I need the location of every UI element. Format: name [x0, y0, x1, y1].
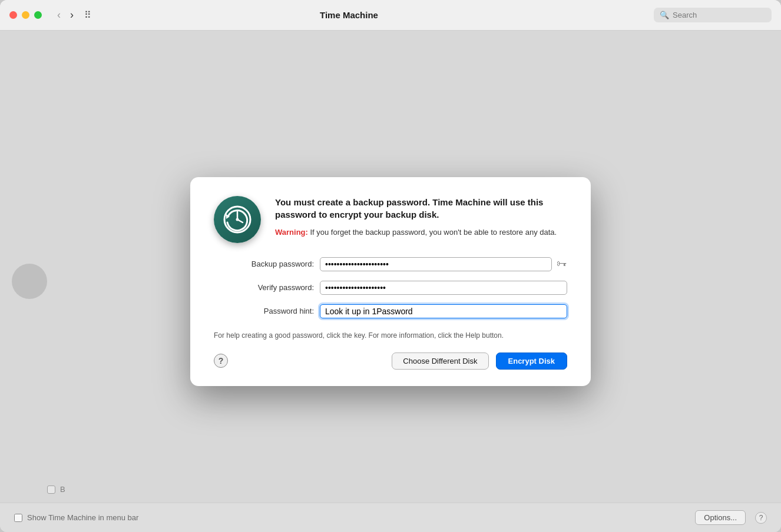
warning-paragraph: Warning: If you forget the backup passwo… [275, 227, 567, 238]
modal-heading: You must create a backup password. Time … [275, 196, 567, 221]
encrypt-disk-button[interactable]: Encrypt Disk [496, 353, 567, 370]
disk-icon [12, 264, 47, 299]
verify-password-label: Verify password: [214, 283, 314, 292]
maximize-button[interactable] [34, 11, 42, 19]
password-hint-wrapper [320, 304, 567, 318]
backup-password-input[interactable] [320, 257, 552, 271]
svg-point-4 [236, 218, 239, 221]
password-hint-label: Password hint: [214, 307, 314, 315]
verify-password-row: Verify password: [214, 281, 567, 295]
search-bar[interactable]: 🔍 [654, 8, 772, 22]
left-panel-hint [0, 264, 59, 299]
show-time-machine-label: Show Time Machine in menu bar [14, 513, 138, 522]
menu-bar-label-bg: B [60, 485, 65, 494]
help-button[interactable]: ? [214, 354, 228, 368]
window-controls [9, 11, 42, 19]
show-time-machine-text: Show Time Machine in menu bar [27, 513, 138, 522]
search-icon: 🔍 [660, 11, 669, 19]
options-button[interactable]: Options... [695, 510, 746, 525]
menu-bar-checkbox-bg [47, 486, 55, 494]
password-hint-input[interactable] [320, 304, 567, 318]
key-icon[interactable]: 🗝 [557, 258, 567, 270]
titlebar: ‹ › ⠿ Time Machine 🔍 [0, 0, 781, 31]
verify-password-input[interactable] [320, 281, 567, 295]
form-section: Backup password: 🗝 Verify password: [214, 257, 567, 318]
password-hint-row: Password hint: [214, 304, 567, 318]
verify-password-wrapper [320, 281, 567, 295]
bottom-help-button[interactable]: ? [755, 512, 767, 524]
bottom-bar: Show Time Machine in menu bar Options...… [0, 503, 781, 532]
modal-footer: ? Choose Different Disk Encrypt Disk [214, 353, 567, 370]
minimize-button[interactable] [22, 11, 29, 19]
warning-body: If you forget the backup password, you w… [308, 228, 557, 237]
dialog: You must create a backup password. Time … [190, 177, 591, 386]
modal-header: You must create a backup password. Time … [214, 196, 567, 243]
choose-different-disk-button[interactable]: Choose Different Disk [392, 353, 488, 370]
main-content: B [0, 31, 781, 532]
backup-password-label: Backup password: [214, 260, 314, 268]
close-button[interactable] [9, 11, 17, 19]
backup-password-wrapper: 🗝 [320, 257, 567, 271]
footer-buttons: Choose Different Disk Encrypt Disk [392, 353, 567, 370]
window-title: Time Machine [44, 10, 654, 20]
checkbox-area-bg: B [47, 485, 65, 494]
help-text: For help creating a good password, click… [214, 330, 567, 341]
time-machine-icon [214, 196, 261, 243]
search-input[interactable] [673, 11, 766, 19]
show-time-machine-checkbox[interactable] [14, 514, 22, 522]
modal-header-text: You must create a backup password. Time … [275, 196, 567, 238]
main-window: ‹ › ⠿ Time Machine 🔍 B [0, 0, 781, 532]
time-machine-svg [221, 204, 253, 235]
warning-label: Warning: [275, 228, 308, 237]
backup-password-row: Backup password: 🗝 [214, 257, 567, 271]
